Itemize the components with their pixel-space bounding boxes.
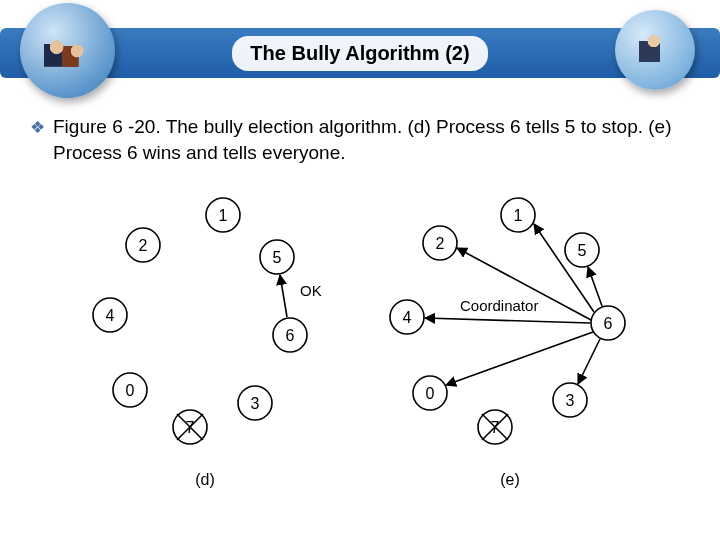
figure-area: 1 5 6 3 7 0 4 2 OK (d) 1 5 6 3	[70, 185, 650, 495]
node-6: 6	[273, 318, 307, 352]
arrow-6-to-5	[280, 275, 287, 317]
svg-text:4: 4	[403, 309, 412, 326]
arrow-6-to-4	[425, 318, 590, 323]
svg-text:3: 3	[566, 392, 575, 409]
node-5: 5	[565, 233, 599, 267]
arrow-6-to-0	[446, 332, 593, 385]
bullet-text: Figure 6 -20. The bully election algorit…	[53, 114, 690, 165]
svg-text:6: 6	[604, 315, 613, 332]
decorative-photo-right	[615, 10, 695, 90]
node-4: 4	[93, 298, 127, 332]
svg-text:1: 1	[219, 207, 228, 224]
diagram-e: 1 5 6 3 7 0 4 2 Coordinator (e)	[390, 198, 625, 488]
node-3: 3	[238, 386, 272, 420]
node-1: 1	[206, 198, 240, 232]
node-6: 6	[591, 306, 625, 340]
svg-text:3: 3	[251, 395, 260, 412]
diagram-d: 1 5 6 3 7 0 4 2 OK (d)	[93, 198, 322, 488]
svg-text:1: 1	[514, 207, 523, 224]
node-2: 2	[423, 226, 457, 260]
node-7: 7	[173, 410, 207, 444]
body-text-block: ❖ Figure 6 -20. The bully election algor…	[0, 100, 720, 165]
svg-text:2: 2	[436, 235, 445, 252]
svg-text:2: 2	[139, 237, 148, 254]
node-0: 0	[413, 376, 447, 410]
node-0: 0	[113, 373, 147, 407]
svg-text:6: 6	[286, 327, 295, 344]
svg-text:0: 0	[426, 385, 435, 402]
svg-text:5: 5	[578, 242, 587, 259]
annotation-coordinator: Coordinator	[460, 297, 538, 314]
bullet-item: ❖ Figure 6 -20. The bully election algor…	[30, 114, 690, 165]
node-5: 5	[260, 240, 294, 274]
slide-title: The Bully Algorithm (2)	[232, 36, 487, 71]
sublabel-d: (d)	[195, 471, 215, 488]
arrow-6-to-3	[578, 339, 600, 384]
svg-text:5: 5	[273, 249, 282, 266]
node-4: 4	[390, 300, 424, 334]
decorative-photo-left	[20, 3, 115, 98]
node-7: 7	[478, 410, 512, 444]
slide-header: The Bully Algorithm (2)	[0, 0, 720, 100]
node-3: 3	[553, 383, 587, 417]
figure-svg: 1 5 6 3 7 0 4 2 OK (d) 1 5 6 3	[70, 185, 650, 495]
annotation-ok: OK	[300, 282, 322, 299]
sublabel-e: (e)	[500, 471, 520, 488]
svg-text:4: 4	[106, 307, 115, 324]
node-1: 1	[501, 198, 535, 232]
node-2: 2	[126, 228, 160, 262]
arrow-6-to-5	[588, 267, 602, 306]
svg-text:0: 0	[126, 382, 135, 399]
bullet-marker-icon: ❖	[30, 114, 45, 165]
